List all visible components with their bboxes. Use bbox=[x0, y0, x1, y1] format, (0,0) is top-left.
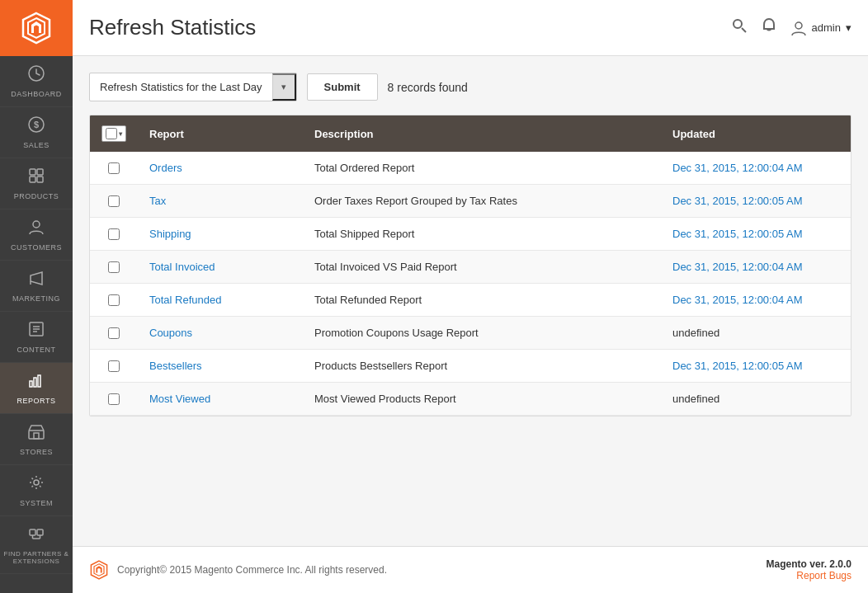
row-description: Order Taxes Report Grouped by Tax Rates bbox=[303, 185, 661, 218]
report-link-7[interactable]: Most Viewed bbox=[149, 393, 210, 405]
marketing-icon bbox=[27, 269, 45, 291]
footer-left: Copyright© 2015 Magento Commerce Inc. Al… bbox=[89, 560, 387, 580]
svg-point-24 bbox=[734, 20, 742, 28]
sidebar-item-label: REPORTS bbox=[17, 397, 56, 405]
sidebar-item-products[interactable]: PRODUCTS bbox=[0, 158, 73, 209]
row-description: Total Ordered Report bbox=[303, 152, 661, 185]
sidebar-item-label: CONTENT bbox=[17, 346, 56, 354]
row-checkbox-4[interactable] bbox=[108, 294, 120, 306]
row-checkbox-5[interactable] bbox=[108, 327, 120, 339]
records-count: 8 records found bbox=[388, 81, 468, 94]
sidebar-item-system[interactable]: SYSTEM bbox=[0, 465, 73, 516]
svg-rect-6 bbox=[37, 176, 43, 182]
row-checkbox-cell bbox=[90, 350, 138, 383]
sidebar-item-customers[interactable]: CUSTOMERS bbox=[0, 209, 73, 261]
reports-icon bbox=[27, 371, 45, 393]
row-checkbox-7[interactable] bbox=[108, 393, 120, 405]
row-description: Total Invoiced VS Paid Report bbox=[303, 251, 661, 284]
row-checkbox-cell bbox=[90, 152, 138, 185]
row-checkbox-cell bbox=[90, 383, 138, 416]
table-row: Total InvoicedTotal Invoiced VS Paid Rep… bbox=[90, 251, 851, 284]
row-report: Coupons bbox=[138, 317, 303, 350]
report-link-4[interactable]: Total Refunded bbox=[149, 294, 221, 306]
sidebar-item-label: STORES bbox=[20, 448, 53, 456]
svg-rect-16 bbox=[29, 431, 44, 439]
row-checkbox-cell bbox=[90, 284, 138, 317]
row-description: Products Bestsellers Report bbox=[303, 350, 661, 383]
sidebar-logo[interactable] bbox=[0, 0, 73, 56]
row-description: Total Refunded Report bbox=[303, 284, 661, 317]
table-row: TaxOrder Taxes Report Grouped by Tax Rat… bbox=[90, 185, 851, 218]
sidebar-item-reports[interactable]: REPORTS bbox=[0, 363, 73, 414]
row-updated: undefined bbox=[661, 383, 851, 416]
table-row: ShippingTotal Shipped ReportDec 31, 2015… bbox=[90, 218, 851, 251]
submit-button[interactable]: Submit bbox=[307, 73, 378, 101]
row-checkbox-cell bbox=[90, 251, 138, 284]
sidebar-item-content[interactable]: CONTENT bbox=[0, 312, 73, 363]
row-updated: Dec 31, 2015, 12:00:04 AM bbox=[661, 284, 851, 317]
row-report: Bestsellers bbox=[138, 350, 303, 383]
svg-line-25 bbox=[742, 28, 746, 32]
footer-logo-icon bbox=[89, 560, 109, 580]
row-checkbox-cell bbox=[90, 218, 138, 251]
footer: Copyright© 2015 Magento Commerce Inc. Al… bbox=[73, 546, 868, 593]
row-checkbox-cell bbox=[90, 317, 138, 350]
row-checkbox-2[interactable] bbox=[108, 228, 120, 240]
table-row: Total RefundedTotal Refunded ReportDec 3… bbox=[90, 284, 851, 317]
sidebar-item-sales[interactable]: $ SALES bbox=[0, 107, 73, 158]
table-header-row: ▾ Report Description Updated bbox=[90, 115, 851, 152]
footer-right: Magento ver. 2.0.0 Report Bugs bbox=[767, 558, 851, 581]
report-bugs-link[interactable]: Report Bugs bbox=[796, 570, 851, 581]
svg-rect-17 bbox=[34, 433, 39, 439]
sidebar-item-marketing[interactable]: MARKETING bbox=[0, 261, 73, 312]
row-checkbox-0[interactable] bbox=[108, 162, 120, 174]
table-row: CouponsPromotion Coupons Usage Reportund… bbox=[90, 317, 851, 350]
sidebar-item-stores[interactable]: STORES bbox=[0, 414, 73, 465]
report-link-2[interactable]: Shipping bbox=[149, 228, 191, 240]
report-link-0[interactable]: Orders bbox=[149, 162, 182, 174]
row-report: Orders bbox=[138, 152, 303, 185]
svg-text:$: $ bbox=[34, 120, 39, 129]
reports-table: ▾ Report Description Updated OrdersTotal… bbox=[89, 115, 851, 417]
topbar-right: admin ▾ bbox=[731, 17, 851, 38]
select-all-checkbox[interactable]: ▾ bbox=[101, 125, 126, 142]
row-checkbox-3[interactable] bbox=[108, 261, 120, 273]
products-icon bbox=[27, 167, 45, 189]
notifications-icon[interactable] bbox=[761, 17, 777, 38]
footer-copyright: Copyright© 2015 Magento Commerce Inc. Al… bbox=[117, 564, 387, 576]
table-row: Most ViewedMost Viewed Products Reportun… bbox=[90, 383, 851, 416]
partners-icon bbox=[27, 525, 45, 547]
sales-icon: $ bbox=[27, 115, 45, 138]
svg-rect-20 bbox=[37, 529, 43, 535]
sidebar-item-partners[interactable]: FIND PARTNERS & EXTENSIONS bbox=[0, 516, 73, 574]
svg-rect-13 bbox=[34, 378, 36, 387]
sidebar-item-label: MARKETING bbox=[12, 294, 60, 303]
statistics-select-label[interactable]: Refresh Statistics for the Last Day bbox=[90, 74, 272, 100]
select-all-arrow[interactable]: ▾ bbox=[119, 130, 122, 138]
svg-rect-5 bbox=[30, 176, 35, 182]
svg-point-18 bbox=[34, 480, 39, 485]
select-all-input[interactable] bbox=[106, 128, 117, 139]
row-report: Total Invoiced bbox=[138, 251, 303, 284]
page-title: Refresh Statistics bbox=[89, 15, 256, 40]
svg-rect-12 bbox=[30, 381, 32, 387]
sidebar-item-label: CUSTOMERS bbox=[11, 243, 62, 252]
user-label: admin bbox=[812, 21, 841, 34]
svg-point-27 bbox=[795, 22, 802, 29]
toolbar: Refresh Statistics for the Last Day ▾ Su… bbox=[89, 73, 851, 101]
row-checkbox-6[interactable] bbox=[108, 360, 120, 372]
user-dropdown-icon: ▾ bbox=[846, 21, 851, 34]
sidebar-item-dashboard[interactable]: DASHBOARD bbox=[0, 56, 73, 107]
user-menu[interactable]: admin ▾ bbox=[790, 20, 851, 36]
report-link-3[interactable]: Total Invoiced bbox=[149, 261, 215, 273]
footer-version: Magento ver. 2.0.0 bbox=[767, 558, 851, 570]
report-link-6[interactable]: Bestsellers bbox=[149, 360, 202, 372]
dashboard-icon bbox=[27, 64, 45, 87]
row-checkbox-1[interactable] bbox=[108, 195, 120, 207]
statistics-select-dropdown[interactable]: ▾ bbox=[272, 73, 296, 101]
report-link-5[interactable]: Coupons bbox=[149, 327, 192, 339]
sidebar-item-label: SALES bbox=[23, 141, 50, 149]
search-icon[interactable] bbox=[731, 17, 748, 38]
report-link-1[interactable]: Tax bbox=[149, 195, 166, 207]
row-updated: undefined bbox=[661, 317, 851, 350]
